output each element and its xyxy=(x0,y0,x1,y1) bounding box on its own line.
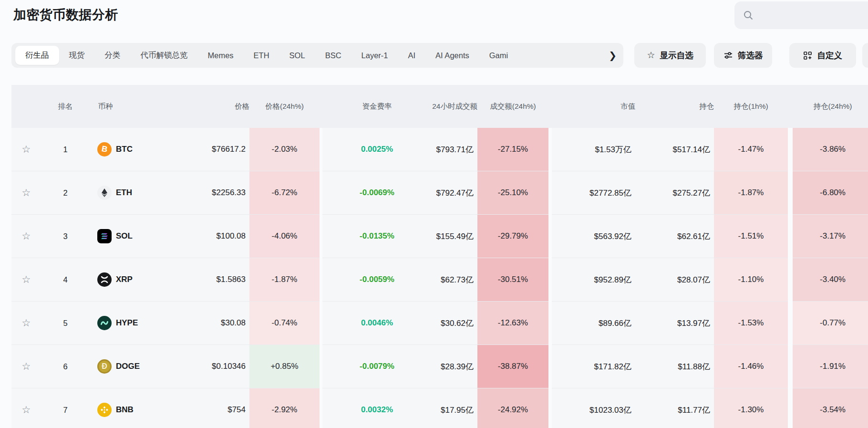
favorite-star-icon[interactable]: ☆ xyxy=(11,388,41,428)
price-cell: $1.5863 xyxy=(186,258,249,302)
favorite-star-icon[interactable]: ☆ xyxy=(11,215,41,258)
customize-button[interactable]: 自定义 xyxy=(789,43,856,68)
volume-24h-cell: $28.39亿 xyxy=(432,345,477,388)
tab-eth[interactable]: ETH xyxy=(244,46,279,65)
price-change-24h-cell: -0.74% xyxy=(249,302,320,345)
col-mcap[interactable]: 市值 xyxy=(552,102,635,112)
open-interest-cell: $13.97亿 xyxy=(635,302,714,345)
funding-rate-cell: -0.0069% xyxy=(322,171,432,215)
volume-change-24h-cell: -29.79% xyxy=(477,215,548,258)
show-watchlist-label: 显示自选 xyxy=(660,50,693,61)
table-row[interactable]: ☆5HYPE$30.08-0.74%0.0046%$30.62亿-12.63%$… xyxy=(11,302,868,345)
col-volume[interactable]: 24小时成交额 xyxy=(432,102,477,112)
clipped-edge-button[interactable] xyxy=(862,43,868,68)
tab-sol[interactable]: SOL xyxy=(279,46,315,65)
col-oi-1h[interactable]: 持仓(1h%) xyxy=(714,102,788,112)
tab-衍生品[interactable]: 衍生品 xyxy=(15,46,59,65)
sol-coin-icon xyxy=(97,229,112,243)
rank-cell: 2 xyxy=(41,171,90,215)
 xyxy=(788,302,793,345)
tab-layer-1[interactable]: Layer-1 xyxy=(351,46,398,65)
col-rank[interactable]: 排名 xyxy=(41,102,90,112)
 xyxy=(548,302,552,345)
col-oi-24h[interactable]: 持仓(24h%) xyxy=(793,102,868,112)
col-funding[interactable]: 资金费率 xyxy=(322,102,432,112)
oi-change-1h-cell: -1.87% xyxy=(714,171,788,215)
tab-bsc[interactable]: BSC xyxy=(315,46,351,65)
 xyxy=(788,128,793,171)
tab-分类[interactable]: 分类 xyxy=(95,46,131,65)
funding-rate-cell: -0.0135% xyxy=(322,215,432,258)
 xyxy=(788,171,793,215)
tab-ai-agents[interactable]: AI Agents xyxy=(425,46,479,65)
table-row[interactable]: ☆3SOL$100.08-4.06%-0.0135%$155.49亿-29.79… xyxy=(11,215,868,258)
hype-coin-icon xyxy=(97,316,112,330)
coin-cell[interactable]: HYPE xyxy=(90,302,186,345)
volume-change-24h-cell: -27.15% xyxy=(477,128,548,171)
customize-grid-icon xyxy=(803,51,812,60)
open-interest-cell: $275.27亿 xyxy=(635,171,714,215)
favorite-star-icon[interactable]: ☆ xyxy=(11,171,41,215)
favorite-star-icon[interactable]: ☆ xyxy=(11,258,41,302)
volume-change-24h-cell: -12.63% xyxy=(477,302,548,345)
filter-button[interactable]: 筛选器 xyxy=(714,43,772,68)
coin-symbol: BNB xyxy=(116,405,134,415)
oi-change-24h-cell: -3.86% xyxy=(793,128,868,171)
coin-cell[interactable]: ETH xyxy=(90,171,186,215)
search-icon xyxy=(743,10,754,21)
market-cap-cell: $952.89亿 xyxy=(552,258,635,302)
col-price[interactable]: 价格 xyxy=(186,102,249,112)
tab-代币解锁总览[interactable]: 代币解锁总览 xyxy=(131,46,198,65)
tab-现货[interactable]: 现货 xyxy=(59,46,95,65)
volume-change-24h-cell: -38.87% xyxy=(477,345,548,388)
col-oi[interactable]: 持仓 xyxy=(635,102,714,112)
sliders-icon xyxy=(723,51,733,60)
table-row[interactable]: ☆4XRP$1.5863-1.87%-0.0059%$62.73亿-30.51%… xyxy=(11,258,868,302)
coin-cell[interactable]: BBTC xyxy=(90,128,186,171)
tab-memes[interactable]: Memes xyxy=(198,46,244,65)
tab-bar: 衍生品现货分类代币解锁总览MemesETHSOLBSCLayer-1AIAI A… xyxy=(11,43,623,68)
open-interest-cell: $28.07亿 xyxy=(635,258,714,302)
coin-symbol: BTC xyxy=(116,145,133,154)
search-box[interactable] xyxy=(734,1,868,29)
 xyxy=(548,215,552,258)
table-row[interactable]: ☆2ETH$2256.33-6.72%-0.0069%$792.47亿-25.1… xyxy=(11,171,868,215)
search-input[interactable] xyxy=(754,1,868,29)
volume-24h-cell: $17.95亿 xyxy=(432,388,477,428)
coin-symbol: DOGE xyxy=(116,362,140,371)
table-row[interactable]: ☆7BNB$754-2.92%0.0032%$17.95亿-24.92%$102… xyxy=(11,388,868,428)
tab-ai[interactable]: AI xyxy=(398,46,426,65)
favorite-star-icon[interactable]: ☆ xyxy=(11,302,41,345)
coin-cell[interactable]: SOL xyxy=(90,215,186,258)
funding-rate-cell: 0.0025% xyxy=(322,128,432,171)
 xyxy=(548,345,552,388)
price-cell: $100.08 xyxy=(186,215,249,258)
star-icon: ☆ xyxy=(647,50,655,61)
volume-24h-cell: $62.73亿 xyxy=(432,258,477,302)
favorite-star-icon[interactable]: ☆ xyxy=(11,128,41,171)
volume-change-24h-cell: -25.10% xyxy=(477,171,548,215)
table-row[interactable]: ☆1BBTC$76617.2-2.03%0.0025%$793.71亿-27.1… xyxy=(11,128,868,171)
market-cap-cell: $171.82亿 xyxy=(552,345,635,388)
coin-cell[interactable]: BNB xyxy=(90,388,186,428)
price-change-24h-cell: -1.87% xyxy=(249,258,320,302)
oi-change-24h-cell: -1.91% xyxy=(793,345,868,388)
open-interest-cell: $62.61亿 xyxy=(635,215,714,258)
 xyxy=(788,215,793,258)
coin-cell[interactable]: XRP xyxy=(90,258,186,302)
favorite-star-icon[interactable]: ☆ xyxy=(11,345,41,388)
customize-label: 自定义 xyxy=(817,50,842,61)
price-cell: $30.08 xyxy=(186,302,249,345)
market-cap-cell: $563.92亿 xyxy=(552,215,635,258)
coin-symbol: ETH xyxy=(116,188,132,198)
col-price-24h[interactable]: 价格(24h%) xyxy=(249,102,320,112)
doge-coin-icon: Ð xyxy=(97,359,112,374)
chevron-right-icon[interactable]: ❯ xyxy=(596,43,617,68)
tab-gami[interactable]: Gami xyxy=(479,46,518,65)
table-row[interactable]: ☆6ÐDOGE$0.10346+0.85%-0.0079%$28.39亿-38.… xyxy=(11,345,868,388)
col-coin[interactable]: 币种 xyxy=(90,102,186,112)
show-watchlist-button[interactable]: ☆ 显示自选 xyxy=(634,43,706,68)
funding-rate-cell: 0.0046% xyxy=(322,302,432,345)
col-volume-24h[interactable]: 成交额(24h%) xyxy=(477,102,548,112)
coin-cell[interactable]: ÐDOGE xyxy=(90,345,186,388)
